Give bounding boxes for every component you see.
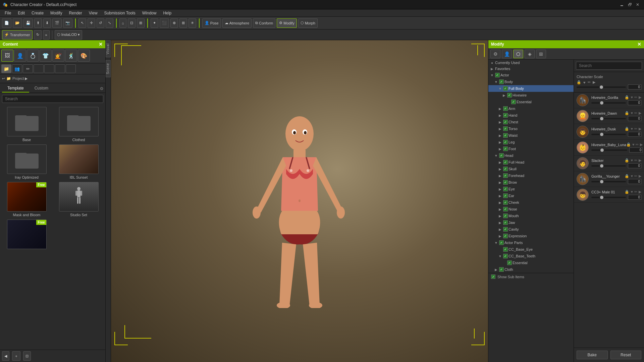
- template-studio[interactable]: Studio Set: [54, 182, 103, 217]
- floor-button[interactable]: ⬛: [160, 18, 169, 28]
- select-button[interactable]: ↖: [78, 18, 86, 28]
- icon-materials[interactable]: 🎨: [78, 50, 90, 62]
- tree-arm[interactable]: ▶ ✓ Arm: [488, 105, 574, 112]
- char-scale-slider[interactable]: [577, 86, 626, 88]
- minimize-button[interactable]: 🗕: [618, 2, 626, 7]
- atmosphere-button[interactable]: ☁ Atmosphere: [222, 18, 252, 28]
- next-page-button[interactable]: ⊡: [23, 351, 31, 361]
- reset-button[interactable]: Reset: [610, 351, 642, 359]
- tree-essential-body[interactable]: ✓ Essential: [488, 99, 574, 105]
- tree-waist[interactable]: ▶ ✓ Waist: [488, 132, 574, 139]
- screenshot-button[interactable]: 📷: [63, 18, 72, 28]
- icon-sm-folder[interactable]: 📁: [1, 64, 11, 73]
- template-mask[interactable]: Free Mask and Bloom: [2, 182, 51, 217]
- tree-expression[interactable]: ▶ ✓ Expression: [488, 233, 574, 239]
- morph-value-slacker[interactable]: [628, 163, 641, 168]
- tree-leg[interactable]: ▶ ✓ Leg: [488, 139, 574, 145]
- menu-item-help[interactable]: Help: [160, 9, 175, 17]
- char-scale-value-input[interactable]: [628, 84, 641, 89]
- close-button[interactable]: ✕: [634, 2, 641, 7]
- menu-item-modify[interactable]: Modify: [47, 9, 65, 17]
- new-button[interactable]: 📄: [2, 18, 11, 28]
- search-input[interactable]: [2, 95, 103, 103]
- conform-button[interactable]: ⧉ Conform: [253, 18, 275, 28]
- pivot-button[interactable]: ⊡: [128, 18, 136, 28]
- modify-button[interactable]: ⚙ Modify: [277, 18, 297, 28]
- morph-button[interactable]: ⬡ Morph: [298, 18, 318, 28]
- icon-sm-blank2[interactable]: [44, 64, 54, 73]
- maximize-button[interactable]: 🗗: [626, 2, 634, 7]
- custom-tab[interactable]: Custom: [29, 84, 54, 93]
- mod-tab-person[interactable]: 👤: [502, 50, 512, 58]
- mod-tab-morph[interactable]: ⬡: [513, 50, 523, 58]
- morph-value-dusk[interactable]: [628, 132, 641, 137]
- icon-sm-blank3[interactable]: [55, 64, 65, 73]
- tabs-settings-icon[interactable]: ⊙: [100, 86, 103, 91]
- tree-actor-parts[interactable]: ▼ ✓ Actor Parts: [488, 239, 574, 246]
- tree-cc-base-eye[interactable]: ✓ CC_Base_Eye: [488, 246, 574, 253]
- transformer-button[interactable]: ⚡ Transformer: [2, 30, 33, 40]
- instalod-button[interactable]: ⬡ InstaLOD ▾: [55, 30, 83, 40]
- save-button[interactable]: 💾: [23, 18, 33, 28]
- tree-cc-base-teeth[interactable]: ▼ ✓ CC_Base_Teeth: [488, 253, 574, 259]
- prev-page-button[interactable]: ◀: [2, 351, 9, 361]
- modify-close-button[interactable]: ✕: [637, 42, 641, 47]
- menu-item-edit[interactable]: Edit: [14, 9, 28, 17]
- tree-hand[interactable]: ▶ ✓ Hand: [488, 112, 574, 119]
- camera-button[interactable]: ⊕: [170, 18, 178, 28]
- icon-sm-blank4[interactable]: [66, 64, 76, 73]
- light-button[interactable]: ✦: [151, 18, 158, 28]
- tree-mouth[interactable]: ▶ ✓ Mouth: [488, 213, 574, 219]
- tree-eye[interactable]: ▶ ✓ Eye: [488, 186, 574, 192]
- snap-button[interactable]: ⊞: [137, 18, 145, 28]
- tree-full-head[interactable]: ▶ ✓ Full Head: [488, 159, 574, 166]
- pose-button[interactable]: 👤 Pose: [202, 18, 221, 28]
- tree-forehead[interactable]: ▶ ✓ Forehead: [488, 172, 574, 179]
- tree-cheek[interactable]: ▶ ✓ Cheek: [488, 199, 574, 206]
- import-button[interactable]: ⬇: [43, 18, 51, 28]
- morph-value-gorilla[interactable]: [628, 100, 641, 105]
- tree-brow[interactable]: ▶ ✓ Brow: [488, 179, 574, 186]
- transform-button[interactable]: ⌂: [119, 18, 126, 28]
- icon-sm-blank1[interactable]: [34, 64, 44, 73]
- tree-actor[interactable]: ▼ ✓ Actor: [488, 72, 574, 78]
- add-button[interactable]: ＋: [12, 351, 20, 361]
- tree-favorites[interactable]: ▶ Favorites: [488, 66, 574, 72]
- mod-tab-settings[interactable]: ⚙: [490, 50, 500, 58]
- icon-sm-people[interactable]: 👥: [12, 64, 22, 73]
- scene-tab[interactable]: Scene: [106, 60, 111, 77]
- render2-button[interactable]: ✳: [189, 18, 196, 28]
- grid-button[interactable]: ⊞: [179, 18, 187, 28]
- morph-slider-slacker[interactable]: [591, 165, 626, 167]
- tree-body[interactable]: ▼ ✓ Body: [488, 78, 574, 85]
- tree-full-body[interactable]: ▼ ✓ Full Body: [488, 85, 574, 92]
- morph-slider-babyluna[interactable]: [591, 149, 627, 151]
- open-button[interactable]: 📂: [13, 18, 22, 28]
- bake-button[interactable]: Bake: [577, 351, 608, 359]
- menu-item-view[interactable]: View: [86, 9, 101, 17]
- morph-value-gorillayounger[interactable]: [628, 179, 641, 184]
- tree-head[interactable]: ▼ ✓ Head: [488, 152, 574, 159]
- rotate-button[interactable]: ↺: [97, 18, 104, 28]
- morph-slider-dusk[interactable]: [591, 134, 626, 135]
- template-iray[interactable]: Iray Optimized: [2, 144, 51, 179]
- tree-skull[interactable]: ▶ ✓ Skull: [488, 166, 574, 172]
- template-tab[interactable]: Template: [2, 84, 29, 93]
- content-close-button[interactable]: ✕: [99, 42, 103, 47]
- move-button[interactable]: ✛: [88, 18, 95, 28]
- morph-value-cc3male[interactable]: [628, 195, 641, 200]
- visual-tab[interactable]: Visual: [106, 40, 111, 57]
- menu-item-create[interactable]: Create: [28, 9, 47, 17]
- icon-poses[interactable]: 🕺: [65, 50, 77, 62]
- breadcrumb-path[interactable]: Project ▶: [12, 76, 28, 81]
- menu-item-render[interactable]: Render: [65, 9, 85, 17]
- template-night[interactable]: Free: [2, 220, 51, 250]
- rotate-90-button[interactable]: ↻: [34, 30, 42, 40]
- morph-slider-gorilla[interactable]: [591, 102, 626, 104]
- template-ibl[interactable]: IBL Sunset: [54, 144, 103, 179]
- icon-characters[interactable]: 👤: [14, 50, 26, 62]
- render-button[interactable]: 🎬: [52, 18, 62, 28]
- tree-torso[interactable]: ▶ ✓ Torso: [488, 125, 574, 132]
- menu-item-submission-tools[interactable]: Submission Tools: [101, 9, 139, 17]
- tree-hivewire[interactable]: ▶ ✓ Hivewire: [488, 92, 574, 99]
